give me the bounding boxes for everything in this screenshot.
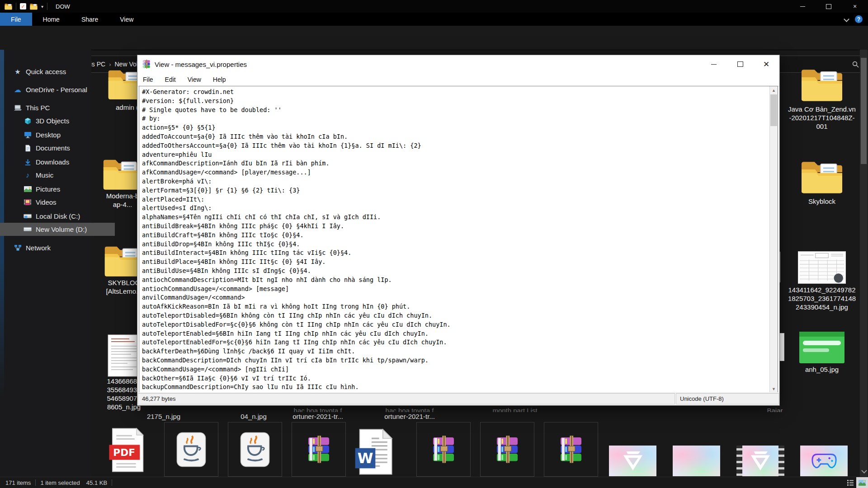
file-area-scrollbar[interactable] xyxy=(860,50,868,477)
sidebar-item-new-volume-d-[interactable]: New Volume (D:) xyxy=(0,223,115,236)
tab-file[interactable]: File xyxy=(0,13,32,26)
sidebar-item-label: Documents xyxy=(36,144,70,152)
viewer-scrollbar[interactable]: ▲ ▼ xyxy=(769,86,778,393)
clipped-file-label: month part List xyxy=(492,406,537,412)
clipped-file-label: hac hoa toyota fortuner-2021-tr... xyxy=(292,406,343,421)
file-item-folder-skyblock[interactable]: Skyblock xyxy=(788,159,856,206)
sidebar-item-documents[interactable]: Documents xyxy=(0,141,115,155)
sidebar-item-videos[interactable]: Videos xyxy=(0,196,115,209)
pdf-icon: PDF xyxy=(108,427,144,474)
network-icon xyxy=(14,244,22,252)
game-controller-icon xyxy=(810,452,838,470)
qat-customize-icon[interactable]: ▾ xyxy=(41,4,43,9)
java-icon xyxy=(240,430,270,469)
sidebar-item-music[interactable]: ♪Music xyxy=(0,169,115,182)
viewer-menu-view[interactable]: View xyxy=(188,76,201,83)
film-icon xyxy=(24,199,32,206)
diskc-icon xyxy=(24,213,32,220)
sidebar-item-this-pc[interactable]: This PC xyxy=(0,101,105,114)
scroll-down-icon[interactable] xyxy=(862,466,866,474)
status-bar: 171 items 1 item selected 45.1 KB xyxy=(0,477,868,488)
rar-icon xyxy=(305,435,333,464)
divider xyxy=(16,3,16,10)
scroll-down-icon[interactable]: ▼ xyxy=(770,385,778,393)
byte-count: 46,277 bytes xyxy=(138,393,675,404)
scrollbar-thumb[interactable] xyxy=(861,58,867,164)
file-item-image-thumbnail[interactable] xyxy=(673,446,720,476)
viewer-maximize-button[interactable] xyxy=(727,55,753,73)
file-item-java-setup[interactable] xyxy=(228,422,282,477)
expand-ribbon-icon[interactable] xyxy=(844,16,849,22)
sidebar-item-desktop[interactable]: Desktop xyxy=(0,128,115,141)
viewer-text: #X-Generator: crowdin.net#version: ${ful… xyxy=(142,88,767,393)
clipped-file-label: Bajar xyxy=(767,406,783,412)
sidebar-item-label: 3D Objects xyxy=(36,117,69,125)
viewer-menu-help[interactable]: Help xyxy=(213,76,226,83)
close-button[interactable]: × xyxy=(842,0,868,13)
file-item-rar-archive[interactable] xyxy=(544,422,598,477)
sidebar-item-3d-objects[interactable]: 3D Objects xyxy=(0,114,115,127)
java-icon xyxy=(176,430,206,469)
rar-icon xyxy=(557,435,585,464)
item-count: 171 items xyxy=(5,479,31,486)
window-folder-icon xyxy=(5,3,12,10)
sidebar-item-label: This PC xyxy=(26,104,50,112)
navigation-pane: ★Quick access☁OneDrive - PersonalThis PC… xyxy=(0,50,91,477)
viewer-menu-file[interactable]: File xyxy=(143,76,153,83)
new-folder-icon[interactable] xyxy=(30,3,38,10)
sidebar-item-downloads[interactable]: Downloads xyxy=(0,155,115,169)
help-icon[interactable]: ? xyxy=(855,15,863,23)
file-item-pdf[interactable]: PDF xyxy=(108,427,144,474)
file-item-timetable-jpg[interactable]: 143411642_922497821825703_23617741482433… xyxy=(787,251,857,311)
sidebar-item-label: Quick access xyxy=(26,68,66,75)
file-item-video-thumbnail[interactable] xyxy=(742,446,778,476)
properties-check-icon[interactable]: ✓ xyxy=(20,3,26,9)
minimize-button[interactable] xyxy=(789,0,816,13)
file-item-image-thumbnail[interactable] xyxy=(609,446,656,476)
sidebar-item-label: Videos xyxy=(36,198,57,206)
star-icon: ★ xyxy=(14,68,22,75)
rar-icon xyxy=(429,435,458,464)
sidebar-item-label: Network xyxy=(26,244,51,252)
file-item-folder-java-co-ban[interactable]: Java Cơ Bản_Zend.vn-20201217T104848Z-001 xyxy=(788,67,856,131)
maximize-button[interactable] xyxy=(816,0,842,13)
scroll-up-icon[interactable]: ▲ xyxy=(770,86,778,94)
sidebar-item-label: Local Disk (C:) xyxy=(36,212,80,220)
file-item-rar-archive[interactable] xyxy=(480,422,534,477)
sidebar-item-onedrive-personal[interactable]: ☁OneDrive - Personal xyxy=(0,83,105,96)
tab-share[interactable]: Share xyxy=(71,13,109,26)
down-icon xyxy=(24,159,32,166)
file-item-rar-archive[interactable] xyxy=(292,422,346,477)
winrar-viewer-dialog: View - messages_vi.properties ✕ FileEdit… xyxy=(137,55,779,405)
rar-icon xyxy=(493,435,521,464)
clipped-file-label: 2175_n.jpg xyxy=(147,406,180,421)
thumbnail-view-button[interactable] xyxy=(856,477,868,488)
viewer-scrollbar-thumb[interactable] xyxy=(770,94,777,126)
explorer-window: ✓ ▾ DOW × FileHomeShareView ? ← → ↑ ›Thi… xyxy=(0,0,868,488)
sidebar-item-pictures[interactable]: Pictures xyxy=(0,183,115,196)
viewer-menu-edit[interactable]: Edit xyxy=(165,76,176,83)
navigation-bar: ← → ↑ ›This PC›New Volume (D:)›DOW ↻ xyxy=(0,26,868,50)
selection-count: 1 item selected xyxy=(40,479,80,486)
sidebar-item-network[interactable]: Network xyxy=(0,241,105,254)
pc-icon xyxy=(14,104,22,112)
breadcrumb-separator: › xyxy=(107,61,113,68)
file-item-game-image-thumbnail[interactable] xyxy=(800,446,848,476)
viewer-close-button[interactable]: ✕ xyxy=(753,55,779,73)
file-item-java-setup[interactable] xyxy=(164,422,218,477)
sidebar-item-label: Desktop xyxy=(36,131,61,139)
tab-home[interactable]: Home xyxy=(32,13,71,26)
file-item-rar-archive[interactable] xyxy=(416,422,471,477)
sidebar-item-local-disk-c-[interactable]: Local Disk (C:) xyxy=(0,210,115,223)
viewer-text-area[interactable]: #X-Generator: crowdin.net#version: ${ful… xyxy=(139,86,778,393)
winrar-icon xyxy=(142,59,151,69)
desktop-icon xyxy=(24,131,32,139)
viewer-minimize-button[interactable] xyxy=(701,55,727,73)
file-item-word-doc[interactable]: W xyxy=(350,425,397,479)
file-item-anh05-jpg[interactable]: anh_05.jpg xyxy=(792,332,852,374)
details-view-button[interactable] xyxy=(844,477,856,488)
clipped-file-label: hac hoa toyota fortuner-2021-tr... xyxy=(384,406,435,421)
svg-text:W: W xyxy=(358,450,373,466)
tab-view[interactable]: View xyxy=(109,13,144,26)
sidebar-item-quick-access[interactable]: ★Quick access xyxy=(0,65,105,78)
